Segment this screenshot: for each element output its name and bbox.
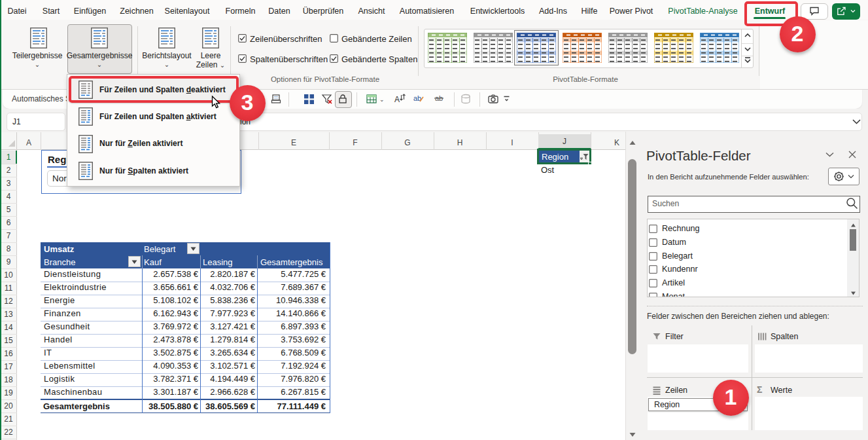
svg-text:A: A [394,95,400,104]
